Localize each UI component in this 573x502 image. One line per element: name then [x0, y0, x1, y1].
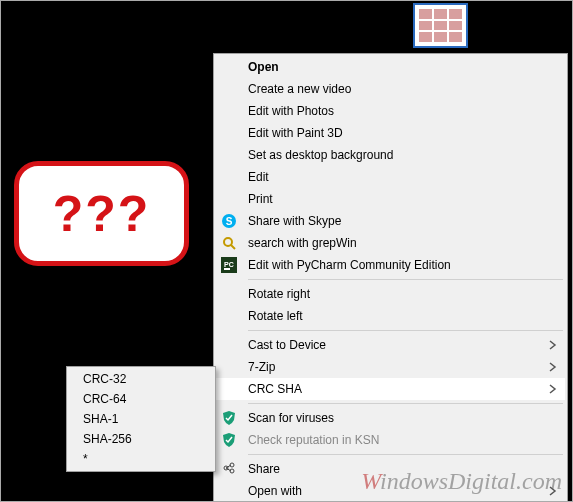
menu-label: 7-Zip [248, 360, 549, 374]
menu-item-search-grepwin[interactable]: search with grepWin [216, 232, 565, 254]
blank-icon [220, 307, 238, 325]
crc-sha-submenu: CRC-32 CRC-64 SHA-1 SHA-256 * [66, 366, 216, 472]
submenu-item-crc64[interactable]: CRC-64 [69, 389, 213, 409]
menu-label: CRC-64 [83, 392, 207, 406]
menu-label: Open [248, 60, 559, 74]
menu-item-scan-viruses[interactable]: Scan for viruses [216, 407, 565, 429]
shield-icon [220, 431, 238, 449]
menu-item-print[interactable]: Print [216, 188, 565, 210]
svg-rect-8 [224, 268, 230, 270]
menu-label: Cast to Device [248, 338, 549, 352]
blank-icon [220, 168, 238, 186]
menu-label: Share [248, 462, 559, 476]
blank-icon [220, 190, 238, 208]
blank-icon [220, 124, 238, 142]
blank-icon [220, 58, 238, 76]
menu-item-edit-paint3d[interactable]: Edit with Paint 3D [216, 122, 565, 144]
submenu-item-sha1[interactable]: SHA-1 [69, 409, 213, 429]
menu-separator [248, 279, 563, 280]
blank-icon [220, 336, 238, 354]
menu-label: SHA-256 [83, 432, 207, 446]
menu-item-open[interactable]: Open [216, 56, 565, 78]
annotation-speech-bubble: ??? [14, 161, 189, 266]
menu-label: Rotate left [248, 309, 559, 323]
menu-item-share[interactable]: Share [216, 458, 565, 480]
menu-label: Edit with PyCharm Community Edition [248, 258, 559, 272]
menu-item-cast-to-device[interactable]: Cast to Device [216, 334, 565, 356]
submenu-arrow-icon [549, 486, 559, 496]
menu-label: Set as desktop background [248, 148, 559, 162]
submenu-arrow-icon [549, 384, 559, 394]
magnifier-icon [220, 234, 238, 252]
menu-item-create-video[interactable]: Create a new video [216, 78, 565, 100]
menu-label: Edit [248, 170, 559, 184]
blank-icon [220, 102, 238, 120]
blank-icon [220, 482, 238, 500]
menu-item-7zip[interactable]: 7-Zip [216, 356, 565, 378]
pycharm-icon: PC [220, 256, 238, 274]
menu-label: Print [248, 192, 559, 206]
svg-text:PC: PC [224, 261, 234, 268]
menu-item-rotate-left[interactable]: Rotate left [216, 305, 565, 327]
submenu-item-all[interactable]: * [69, 449, 213, 469]
context-menu: Open Create a new video Edit with Photos… [213, 53, 568, 502]
menu-label: Edit with Photos [248, 104, 559, 118]
menu-item-share-skype[interactable]: S Share with Skype [216, 210, 565, 232]
blank-icon [220, 380, 238, 398]
menu-item-edit[interactable]: Edit [216, 166, 565, 188]
menu-label: SHA-1 [83, 412, 207, 426]
menu-item-rotate-right[interactable]: Rotate right [216, 283, 565, 305]
submenu-item-crc32[interactable]: CRC-32 [69, 369, 213, 389]
thumbnail-grid [419, 9, 462, 42]
svg-point-4 [224, 238, 232, 246]
menu-item-set-background[interactable]: Set as desktop background [216, 144, 565, 166]
menu-label: Check reputation in KSN [248, 433, 559, 447]
shield-icon [220, 409, 238, 427]
svg-text:S: S [226, 216, 233, 227]
svg-line-5 [231, 245, 235, 249]
menu-item-open-with[interactable]: Open with [216, 480, 565, 502]
submenu-item-sha256[interactable]: SHA-256 [69, 429, 213, 449]
submenu-arrow-icon [549, 340, 559, 350]
blank-icon [220, 285, 238, 303]
submenu-arrow-icon [549, 362, 559, 372]
menu-label: Scan for viruses [248, 411, 559, 425]
menu-label: Open with [248, 484, 549, 498]
menu-label: Share with Skype [248, 214, 559, 228]
blank-icon [220, 80, 238, 98]
menu-separator [248, 454, 563, 455]
share-icon [220, 460, 238, 478]
menu-item-edit-pycharm[interactable]: PC Edit with PyCharm Community Edition [216, 254, 565, 276]
skype-icon: S [220, 212, 238, 230]
menu-item-crc-sha[interactable]: CRC SHA [216, 378, 565, 400]
menu-label: search with grepWin [248, 236, 559, 250]
blank-icon [220, 358, 238, 376]
selected-file-thumbnail[interactable] [413, 3, 468, 48]
blank-icon [220, 146, 238, 164]
menu-item-edit-photos[interactable]: Edit with Photos [216, 100, 565, 122]
annotation-text: ??? [53, 185, 151, 243]
menu-label: Rotate right [248, 287, 559, 301]
menu-label: CRC-32 [83, 372, 207, 386]
menu-item-check-ksn: Check reputation in KSN [216, 429, 565, 451]
menu-separator [248, 403, 563, 404]
menu-label: Create a new video [248, 82, 559, 96]
menu-label: Edit with Paint 3D [248, 126, 559, 140]
menu-label: CRC SHA [248, 382, 549, 396]
menu-separator [248, 330, 563, 331]
menu-label: * [83, 452, 207, 466]
